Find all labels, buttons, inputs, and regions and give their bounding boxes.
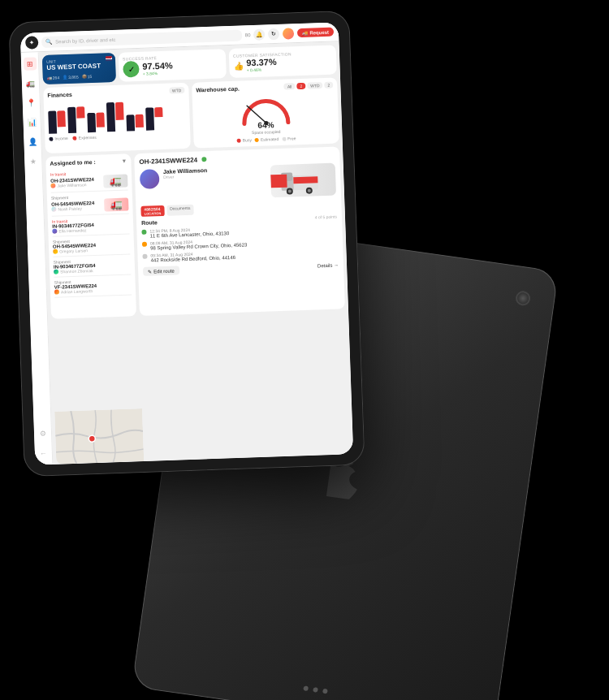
bar-income-2: [67, 107, 76, 133]
sidebar-dashboard-icon[interactable]: ⊞: [23, 57, 37, 71]
truck-red-stripe: [270, 175, 287, 188]
shipment-person-2: Noah Paisley: [51, 205, 94, 212]
legend-busy-label: Busy: [243, 137, 252, 142]
truck-image-container: [270, 163, 336, 198]
legend-estimated-label: Estimated: [261, 136, 279, 142]
sidebar-chart-icon[interactable]: 📊: [25, 115, 39, 129]
sidebar-back-icon[interactable]: ←: [37, 447, 50, 460]
route-info-3: 09:34 AM, 31 Aug 2024 442 Rockside Rd Be…: [150, 250, 235, 263]
shipment-item-4[interactable]: Shipment OH-54545WWE224 Gregory Larsen: [53, 234, 131, 257]
shipment-item-3[interactable]: In transit IN-9034677ZFGI54 Ella Hernand…: [52, 214, 130, 236]
documents-badge[interactable]: Documents: [166, 205, 194, 216]
shipment-item-6[interactable]: Shipment VF-2341SWWE224 Adrian Langworth: [54, 274, 132, 297]
route-count: 4 of 5 points: [315, 214, 337, 219]
route-info-2: 08:09 AM, 31 Aug 2024 98 Spring Valley R…: [150, 237, 248, 250]
legend-estimated-dot: [255, 137, 259, 141]
legend-income-label: Income: [54, 136, 68, 141]
unit-stat-3: 📦 15: [81, 74, 92, 79]
legend-busy-dot: [237, 138, 241, 142]
main-content: ⊞ 🚛 📍 📊 👤 ★ ⚙ ←: [21, 41, 353, 465]
warehouse-badge-2[interactable]: 2: [296, 83, 305, 89]
warehouse-header: Warehouse cap. All 2 WTD 2: [196, 82, 333, 93]
request-btn-label: Request: [309, 29, 329, 35]
bar-expense-6: [154, 107, 162, 117]
svg-point-11: [89, 435, 95, 442]
dot-3: [322, 689, 328, 694]
details-link[interactable]: Details →: [317, 260, 339, 270]
shipment-item-1[interactable]: In transit OH-2341SWWE224 Jake Williamso…: [50, 167, 128, 193]
legend-free: Free: [282, 136, 296, 141]
bar-group-4: [106, 102, 124, 132]
success-rate-value: 97.54%: [142, 60, 173, 71]
success-icon: ✓: [123, 61, 140, 78]
location-tag: #862S04 LOCATION: [140, 205, 164, 217]
unit-card[interactable]: UNIT US WEST COAST 🚛 264 👤 3,865 📦 15: [42, 53, 116, 84]
sidebar-map-icon[interactable]: 📍: [24, 96, 38, 110]
truck-image: [270, 163, 336, 198]
warehouse-badge-all[interactable]: All: [284, 83, 296, 89]
bottom-section: Assigned to me : ▼ In transit OH-2341SWW…: [42, 146, 348, 319]
driver-info: Jake Williamson Driver: [163, 166, 267, 201]
finance-wtd-badge[interactable]: WTD: [169, 87, 185, 94]
svg-rect-9: [293, 176, 317, 184]
satisfaction-sub: + 0.46%: [246, 67, 276, 72]
finance-header: Finances WTD: [47, 87, 184, 98]
content-area: UNIT US WEST COAST 🚛 264 👤 3,865 📦 15 SU…: [39, 41, 354, 465]
sidebar-truck-icon[interactable]: 🚛: [24, 76, 37, 90]
shipment-person-1: Jake Williamson: [50, 182, 94, 188]
warehouse-title: Warehouse cap.: [196, 85, 240, 93]
bar-income-4: [106, 102, 115, 132]
user-avatar[interactable]: [283, 28, 294, 39]
detail-panel: OH-2341SWWE224 Jake Williamson Driver: [134, 146, 345, 316]
sidebar-star-icon[interactable]: ★: [27, 154, 41, 168]
bar-chart: [48, 97, 186, 134]
gauge-wrapper: 64% Space occupied: [197, 92, 335, 137]
route-dot-1: [141, 230, 146, 235]
camera-bump: [515, 290, 531, 306]
map-area: [54, 408, 144, 465]
finance-card: Finances WTD: [43, 83, 191, 153]
legend-income: Income: [49, 136, 68, 141]
middle-row: Finances WTD: [40, 77, 343, 157]
bar-income-3: [87, 113, 96, 132]
bar-group-1: [48, 110, 66, 134]
person-avatar-4: [53, 249, 58, 254]
legend-income-dot: [49, 136, 53, 140]
dot-1: [303, 685, 309, 691]
detail-shipment-id: OH-2341SWWE224: [139, 156, 197, 165]
person-avatar-2: [51, 207, 56, 212]
legend-estimated: Estimated: [255, 136, 279, 142]
nav-count: 80: [245, 32, 251, 37]
satisfaction-card: CUSTOMER SATISFACTION 👍 93.37% + 0.46%: [229, 45, 337, 78]
map-svg: [54, 408, 144, 465]
finance-title: Finances: [47, 91, 72, 97]
success-rate-card: SUCCESS RATE ✓ 97.54% + 3.84%: [119, 49, 227, 82]
legend-expense-label: Expenses: [79, 135, 97, 140]
warehouse-card: Warehouse cap. All 2 WTD 2: [192, 77, 339, 148]
person-avatar-1: [50, 184, 55, 188]
sidebar-settings-icon[interactable]: ⚙: [36, 427, 50, 441]
bar-expense-1: [57, 110, 66, 127]
ipad-screen: ✦ 🔍 Search by ID, driver and etc 80 🔔 ↻ …: [20, 22, 353, 465]
legend-free-label: Free: [287, 136, 296, 140]
bar-income-1: [48, 111, 57, 134]
search-input[interactable]: 🔍 Search by ID, driver and etc: [41, 29, 242, 48]
success-rate-sub: + 3.84%: [143, 70, 173, 76]
driver-section: Jake Williamson Driver: [140, 163, 336, 202]
warehouse-badge-wtd[interactable]: WTD: [307, 82, 323, 89]
edit-route-button[interactable]: ✎ Edit route: [143, 266, 179, 276]
sidebar-user-icon[interactable]: 👤: [26, 135, 40, 149]
truck-thumb-1: 🚛: [103, 174, 128, 188]
notifications-icon[interactable]: 🔔: [253, 28, 265, 40]
person-avatar-6: [54, 290, 59, 295]
request-button[interactable]: 🚚 Request: [297, 28, 334, 38]
person-avatar-3: [52, 229, 57, 234]
shipment-item-5[interactable]: Shipment IN-9034677ZFGI54 Shannon Zbonca…: [53, 254, 131, 277]
warehouse-badge-2b[interactable]: 2: [324, 82, 333, 89]
filter-icon[interactable]: ▼: [121, 158, 127, 164]
refresh-icon[interactable]: ↻: [268, 28, 279, 39]
thumbs-up-icon: 👍: [233, 61, 243, 70]
shipment-item-2[interactable]: Shipment OH-54545WWE224 Noah Paisley: [51, 190, 129, 216]
unit-stat-1: 🚛 264: [47, 75, 60, 80]
bar-expense-3: [96, 112, 105, 127]
